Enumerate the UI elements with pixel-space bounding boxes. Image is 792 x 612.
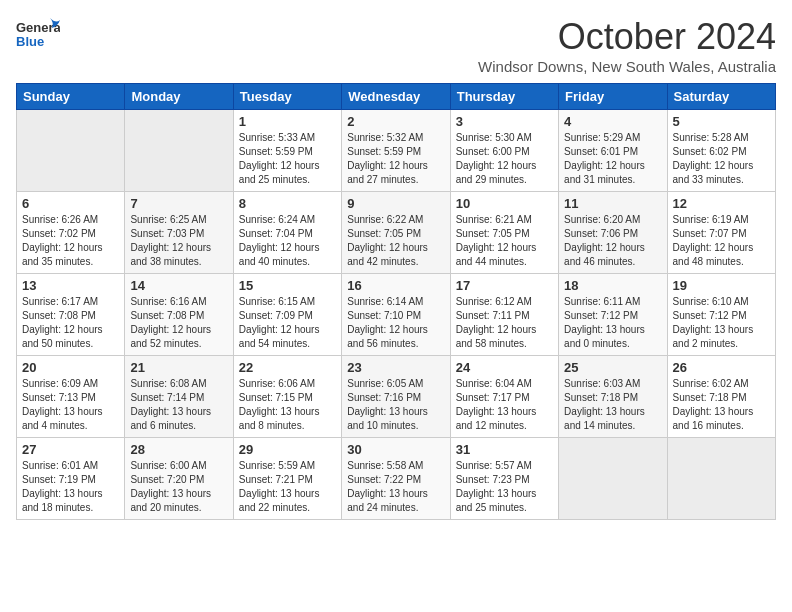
day-number: 14 (130, 278, 227, 293)
calendar-cell: 4Sunrise: 5:29 AM Sunset: 6:01 PM Daylig… (559, 110, 667, 192)
day-number: 31 (456, 442, 553, 457)
day-info: Sunrise: 6:24 AM Sunset: 7:04 PM Dayligh… (239, 213, 336, 269)
day-info: Sunrise: 6:05 AM Sunset: 7:16 PM Dayligh… (347, 377, 444, 433)
day-info: Sunrise: 6:14 AM Sunset: 7:10 PM Dayligh… (347, 295, 444, 351)
day-info: Sunrise: 6:02 AM Sunset: 7:18 PM Dayligh… (673, 377, 770, 433)
svg-text:Blue: Blue (16, 34, 44, 49)
calendar-cell: 8Sunrise: 6:24 AM Sunset: 7:04 PM Daylig… (233, 192, 341, 274)
day-info: Sunrise: 5:33 AM Sunset: 5:59 PM Dayligh… (239, 131, 336, 187)
day-number: 7 (130, 196, 227, 211)
day-info: Sunrise: 6:10 AM Sunset: 7:12 PM Dayligh… (673, 295, 770, 351)
day-info: Sunrise: 6:03 AM Sunset: 7:18 PM Dayligh… (564, 377, 661, 433)
day-info: Sunrise: 6:17 AM Sunset: 7:08 PM Dayligh… (22, 295, 119, 351)
day-number: 6 (22, 196, 119, 211)
day-info: Sunrise: 6:08 AM Sunset: 7:14 PM Dayligh… (130, 377, 227, 433)
calendar-cell: 16Sunrise: 6:14 AM Sunset: 7:10 PM Dayli… (342, 274, 450, 356)
calendar-cell: 14Sunrise: 6:16 AM Sunset: 7:08 PM Dayli… (125, 274, 233, 356)
calendar-cell: 13Sunrise: 6:17 AM Sunset: 7:08 PM Dayli… (17, 274, 125, 356)
day-number: 25 (564, 360, 661, 375)
location-subtitle: Windsor Downs, New South Wales, Australi… (478, 58, 776, 75)
calendar-cell: 22Sunrise: 6:06 AM Sunset: 7:15 PM Dayli… (233, 356, 341, 438)
calendar-cell (125, 110, 233, 192)
calendar-cell: 29Sunrise: 5:59 AM Sunset: 7:21 PM Dayli… (233, 438, 341, 520)
calendar-cell: 5Sunrise: 5:28 AM Sunset: 6:02 PM Daylig… (667, 110, 775, 192)
calendar-cell: 24Sunrise: 6:04 AM Sunset: 7:17 PM Dayli… (450, 356, 558, 438)
day-number: 9 (347, 196, 444, 211)
calendar-cell: 30Sunrise: 5:58 AM Sunset: 7:22 PM Dayli… (342, 438, 450, 520)
calendar-cell: 17Sunrise: 6:12 AM Sunset: 7:11 PM Dayli… (450, 274, 558, 356)
day-number: 4 (564, 114, 661, 129)
day-info: Sunrise: 5:29 AM Sunset: 6:01 PM Dayligh… (564, 131, 661, 187)
day-info: Sunrise: 6:09 AM Sunset: 7:13 PM Dayligh… (22, 377, 119, 433)
calendar-week-row: 6Sunrise: 6:26 AM Sunset: 7:02 PM Daylig… (17, 192, 776, 274)
calendar-cell: 9Sunrise: 6:22 AM Sunset: 7:05 PM Daylig… (342, 192, 450, 274)
calendar-cell: 21Sunrise: 6:08 AM Sunset: 7:14 PM Dayli… (125, 356, 233, 438)
day-info: Sunrise: 5:32 AM Sunset: 5:59 PM Dayligh… (347, 131, 444, 187)
calendar-cell: 18Sunrise: 6:11 AM Sunset: 7:12 PM Dayli… (559, 274, 667, 356)
calendar-cell: 23Sunrise: 6:05 AM Sunset: 7:16 PM Dayli… (342, 356, 450, 438)
day-of-week-header: Thursday (450, 84, 558, 110)
day-number: 18 (564, 278, 661, 293)
day-info: Sunrise: 6:04 AM Sunset: 7:17 PM Dayligh… (456, 377, 553, 433)
day-info: Sunrise: 6:26 AM Sunset: 7:02 PM Dayligh… (22, 213, 119, 269)
day-of-week-header: Sunday (17, 84, 125, 110)
day-number: 15 (239, 278, 336, 293)
day-info: Sunrise: 6:12 AM Sunset: 7:11 PM Dayligh… (456, 295, 553, 351)
calendar-cell (17, 110, 125, 192)
calendar-cell: 15Sunrise: 6:15 AM Sunset: 7:09 PM Dayli… (233, 274, 341, 356)
day-number: 20 (22, 360, 119, 375)
calendar-week-row: 1Sunrise: 5:33 AM Sunset: 5:59 PM Daylig… (17, 110, 776, 192)
calendar-cell: 7Sunrise: 6:25 AM Sunset: 7:03 PM Daylig… (125, 192, 233, 274)
day-info: Sunrise: 6:22 AM Sunset: 7:05 PM Dayligh… (347, 213, 444, 269)
calendar-cell: 19Sunrise: 6:10 AM Sunset: 7:12 PM Dayli… (667, 274, 775, 356)
day-info: Sunrise: 6:20 AM Sunset: 7:06 PM Dayligh… (564, 213, 661, 269)
calendar-week-row: 20Sunrise: 6:09 AM Sunset: 7:13 PM Dayli… (17, 356, 776, 438)
day-info: Sunrise: 6:11 AM Sunset: 7:12 PM Dayligh… (564, 295, 661, 351)
day-of-week-header: Monday (125, 84, 233, 110)
day-number: 17 (456, 278, 553, 293)
day-of-week-header: Tuesday (233, 84, 341, 110)
day-info: Sunrise: 6:21 AM Sunset: 7:05 PM Dayligh… (456, 213, 553, 269)
day-info: Sunrise: 6:15 AM Sunset: 7:09 PM Dayligh… (239, 295, 336, 351)
month-title: October 2024 (478, 16, 776, 58)
day-number: 24 (456, 360, 553, 375)
calendar-cell: 1Sunrise: 5:33 AM Sunset: 5:59 PM Daylig… (233, 110, 341, 192)
day-of-week-header: Saturday (667, 84, 775, 110)
day-info: Sunrise: 6:06 AM Sunset: 7:15 PM Dayligh… (239, 377, 336, 433)
calendar-cell: 27Sunrise: 6:01 AM Sunset: 7:19 PM Dayli… (17, 438, 125, 520)
day-number: 23 (347, 360, 444, 375)
day-info: Sunrise: 5:28 AM Sunset: 6:02 PM Dayligh… (673, 131, 770, 187)
day-number: 30 (347, 442, 444, 457)
day-number: 28 (130, 442, 227, 457)
day-number: 22 (239, 360, 336, 375)
calendar-cell: 25Sunrise: 6:03 AM Sunset: 7:18 PM Dayli… (559, 356, 667, 438)
day-of-week-header: Friday (559, 84, 667, 110)
calendar-cell: 11Sunrise: 6:20 AM Sunset: 7:06 PM Dayli… (559, 192, 667, 274)
day-number: 13 (22, 278, 119, 293)
day-number: 1 (239, 114, 336, 129)
day-number: 12 (673, 196, 770, 211)
logo-icon: General Blue (16, 16, 60, 52)
day-info: Sunrise: 6:19 AM Sunset: 7:07 PM Dayligh… (673, 213, 770, 269)
day-number: 5 (673, 114, 770, 129)
title-section: October 2024 Windsor Downs, New South Wa… (478, 16, 776, 75)
day-info: Sunrise: 6:00 AM Sunset: 7:20 PM Dayligh… (130, 459, 227, 515)
calendar-cell (559, 438, 667, 520)
day-info: Sunrise: 6:16 AM Sunset: 7:08 PM Dayligh… (130, 295, 227, 351)
day-number: 29 (239, 442, 336, 457)
day-number: 3 (456, 114, 553, 129)
day-info: Sunrise: 5:58 AM Sunset: 7:22 PM Dayligh… (347, 459, 444, 515)
day-number: 21 (130, 360, 227, 375)
calendar-table: SundayMondayTuesdayWednesdayThursdayFrid… (16, 83, 776, 520)
day-number: 19 (673, 278, 770, 293)
calendar-cell: 12Sunrise: 6:19 AM Sunset: 7:07 PM Dayli… (667, 192, 775, 274)
calendar-cell: 10Sunrise: 6:21 AM Sunset: 7:05 PM Dayli… (450, 192, 558, 274)
day-number: 26 (673, 360, 770, 375)
calendar-cell: 31Sunrise: 5:57 AM Sunset: 7:23 PM Dayli… (450, 438, 558, 520)
calendar-cell: 6Sunrise: 6:26 AM Sunset: 7:02 PM Daylig… (17, 192, 125, 274)
day-info: Sunrise: 6:25 AM Sunset: 7:03 PM Dayligh… (130, 213, 227, 269)
day-number: 2 (347, 114, 444, 129)
calendar-cell: 28Sunrise: 6:00 AM Sunset: 7:20 PM Dayli… (125, 438, 233, 520)
day-number: 16 (347, 278, 444, 293)
day-of-week-header: Wednesday (342, 84, 450, 110)
